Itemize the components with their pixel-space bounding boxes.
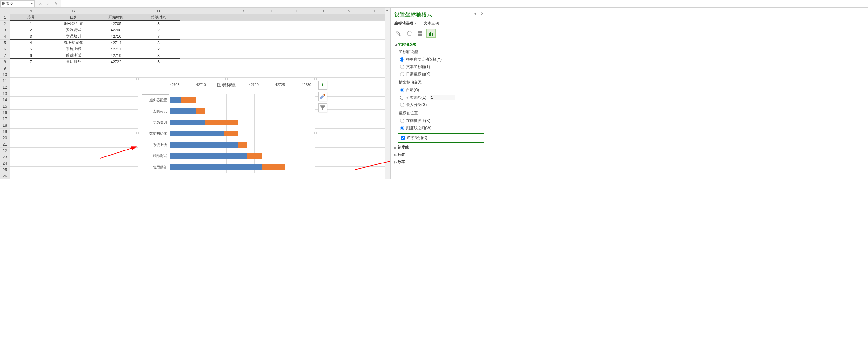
cell[interactable] bbox=[10, 103, 52, 110]
row-header[interactable]: 22 bbox=[0, 148, 10, 154]
cell[interactable] bbox=[336, 84, 362, 90]
cell[interactable] bbox=[362, 135, 388, 141]
cell[interactable] bbox=[10, 97, 52, 103]
col-header[interactable]: I bbox=[284, 8, 310, 14]
cell[interactable] bbox=[10, 148, 52, 154]
cell[interactable] bbox=[284, 40, 310, 46]
cell[interactable] bbox=[258, 27, 284, 33]
cell[interactable] bbox=[52, 122, 95, 128]
cell[interactable] bbox=[336, 167, 362, 173]
cell[interactable] bbox=[336, 173, 362, 179]
radio-input[interactable] bbox=[400, 95, 404, 100]
row-header[interactable]: 16 bbox=[0, 110, 10, 116]
cell[interactable]: 售后服务 bbox=[52, 59, 95, 65]
cell[interactable] bbox=[95, 122, 137, 128]
resize-handle[interactable] bbox=[314, 132, 317, 134]
row-header[interactable]: 25 bbox=[0, 167, 10, 173]
resize-handle[interactable] bbox=[136, 78, 139, 80]
cell[interactable] bbox=[362, 128, 388, 135]
cell[interactable] bbox=[336, 21, 362, 27]
col-header[interactable]: J bbox=[310, 8, 336, 14]
cell[interactable] bbox=[232, 59, 258, 65]
cell[interactable] bbox=[336, 65, 362, 71]
cell[interactable] bbox=[336, 103, 362, 110]
cell[interactable] bbox=[336, 122, 362, 128]
radio-axis-auto[interactable]: 根据数据自动选择(Y) bbox=[399, 56, 483, 63]
bar-segment[interactable] bbox=[205, 120, 238, 125]
row-header[interactable]: 21 bbox=[0, 141, 10, 148]
cell[interactable] bbox=[258, 52, 284, 59]
cell[interactable] bbox=[10, 110, 52, 116]
cell[interactable] bbox=[284, 59, 310, 65]
row-header[interactable]: 1 bbox=[0, 14, 10, 21]
cell[interactable] bbox=[310, 71, 336, 78]
select-all-corner[interactable] bbox=[0, 8, 10, 14]
col-header[interactable]: G bbox=[232, 8, 258, 14]
cell[interactable] bbox=[95, 116, 137, 122]
cell[interactable] bbox=[95, 103, 137, 110]
checkbox-input[interactable] bbox=[401, 136, 405, 140]
cell[interactable] bbox=[362, 90, 388, 97]
cell[interactable] bbox=[52, 154, 95, 160]
cell[interactable] bbox=[10, 173, 52, 179]
cell[interactable] bbox=[52, 135, 95, 141]
col-header[interactable]: H bbox=[258, 8, 284, 14]
cell[interactable] bbox=[137, 71, 180, 78]
tab-text-options[interactable]: 文本选项 bbox=[424, 21, 439, 25]
chart-plot-area[interactable]: 服务器配置安装调试学员培训数据初始化系统上线跟踪测试售后服务 bbox=[138, 94, 315, 177]
bar-row[interactable] bbox=[170, 97, 311, 103]
cell[interactable] bbox=[180, 21, 206, 27]
radio-pos-on-tick[interactable]: 在刻度线上(K) bbox=[399, 117, 483, 124]
cell[interactable] bbox=[232, 14, 258, 21]
cell[interactable] bbox=[232, 21, 258, 27]
cell[interactable] bbox=[232, 71, 258, 78]
cell[interactable] bbox=[362, 27, 388, 33]
bar-segment[interactable] bbox=[170, 108, 196, 114]
cell[interactable] bbox=[52, 84, 95, 90]
cell[interactable] bbox=[10, 65, 52, 71]
radio-input[interactable] bbox=[400, 119, 404, 123]
cell[interactable] bbox=[362, 46, 388, 52]
cell[interactable] bbox=[362, 97, 388, 103]
cell[interactable] bbox=[362, 154, 388, 160]
cell[interactable] bbox=[336, 90, 362, 97]
radio-pos-between[interactable]: 刻度线之间(W) bbox=[399, 124, 483, 132]
row-header[interactable]: 20 bbox=[0, 135, 10, 141]
cell[interactable] bbox=[52, 110, 95, 116]
cell[interactable] bbox=[52, 90, 95, 97]
radio-input[interactable] bbox=[400, 88, 404, 92]
cell[interactable] bbox=[180, 14, 206, 21]
cell[interactable] bbox=[95, 71, 137, 78]
plot-area[interactable] bbox=[170, 94, 311, 173]
cell[interactable] bbox=[206, 59, 232, 65]
cell[interactable] bbox=[362, 103, 388, 110]
cell[interactable] bbox=[10, 78, 52, 84]
accept-formula-icon[interactable]: ✓ bbox=[46, 2, 50, 6]
cell[interactable] bbox=[258, 71, 284, 78]
cell[interactable] bbox=[336, 71, 362, 78]
cell[interactable] bbox=[52, 116, 95, 122]
vertical-scrollbar[interactable] bbox=[385, 8, 390, 179]
cell[interactable] bbox=[52, 103, 95, 110]
cell[interactable]: 7 bbox=[137, 33, 180, 40]
cell[interactable] bbox=[362, 59, 388, 65]
cell[interactable]: 2 bbox=[137, 46, 180, 52]
cell[interactable] bbox=[362, 78, 388, 84]
cell[interactable] bbox=[206, 14, 232, 21]
cell[interactable]: 42717 bbox=[95, 46, 137, 52]
cell[interactable] bbox=[362, 71, 388, 78]
cell[interactable] bbox=[310, 33, 336, 40]
chart-filter-button[interactable] bbox=[318, 104, 327, 112]
row-header[interactable]: 19 bbox=[0, 128, 10, 135]
cell[interactable] bbox=[52, 71, 95, 78]
cell[interactable]: 4 bbox=[10, 40, 52, 46]
cell[interactable] bbox=[95, 90, 137, 97]
bar-segment[interactable] bbox=[170, 120, 205, 125]
cell[interactable] bbox=[362, 14, 388, 21]
cell[interactable] bbox=[362, 52, 388, 59]
chart-object[interactable]: 图表标题 42705 42710 42715 42720 42725 42730… bbox=[138, 79, 315, 179]
col-header[interactable]: K bbox=[336, 8, 362, 14]
col-header[interactable]: E bbox=[180, 8, 206, 14]
bar-row[interactable] bbox=[170, 165, 311, 170]
cell[interactable]: 42719 bbox=[95, 52, 137, 59]
